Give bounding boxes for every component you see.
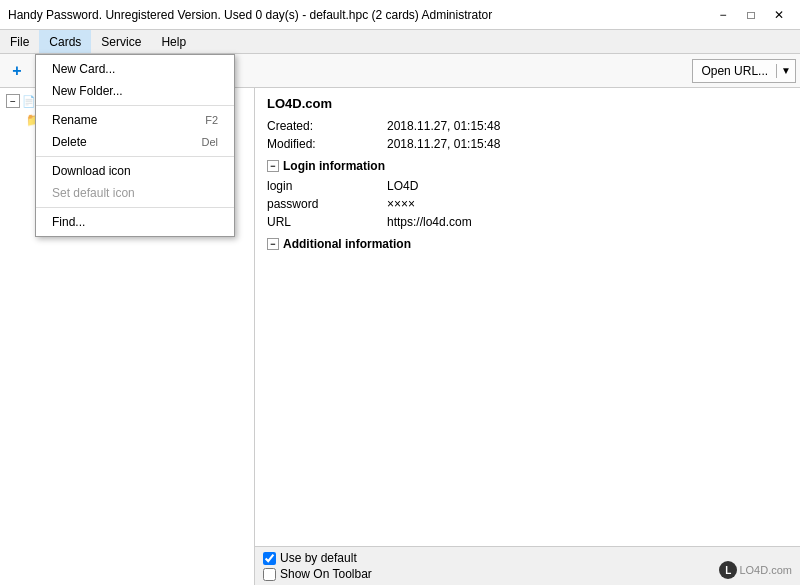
minimize-button[interactable]: − (710, 5, 736, 25)
collapse-additional-button[interactable]: − (267, 238, 279, 250)
dropdown-sep-2 (36, 156, 234, 157)
watermark-logo: L (719, 561, 737, 579)
use-by-default-checkbox[interactable] (263, 552, 276, 565)
collapse-login-button[interactable]: − (267, 160, 279, 172)
detail-value-url: https://lo4d.com (387, 215, 472, 229)
title-bar-title: Handy Password. Unregistered Version. Us… (8, 8, 492, 22)
use-by-default-label: Use by default (280, 551, 357, 565)
detail-content: LO4D.com Created: 2018.11.27, 01:15:48 M… (255, 88, 800, 263)
bottom-bar: Use by default Show On Toolbar (255, 546, 800, 585)
dropdown-item-delete[interactable]: Delete Del (36, 131, 234, 153)
open-url-label: Open URL... (693, 64, 777, 78)
open-url-arrow-icon: ▼ (777, 65, 795, 76)
watermark: L LO4D.com (719, 561, 792, 579)
watermark-text: LO4D.com (739, 564, 792, 576)
menu-item-file[interactable]: File (0, 30, 39, 53)
right-container: LO4D.com Created: 2018.11.27, 01:15:48 M… (255, 88, 800, 585)
dropdown-item-download-icon[interactable]: Download icon (36, 160, 234, 182)
detail-label-url: URL (267, 215, 387, 229)
show-on-toolbar-checkbox[interactable] (263, 568, 276, 581)
menu-item-help[interactable]: Help (151, 30, 196, 53)
detail-title: LO4D.com (267, 96, 788, 111)
title-bar: Handy Password. Unregistered Version. Us… (0, 0, 800, 30)
cards-dropdown: New Card... New Folder... Rename F2 Dele… (35, 54, 235, 237)
detail-row-password: password ×××× (267, 195, 788, 213)
section-header-additional: − Additional information (267, 237, 788, 251)
dropdown-item-new-folder[interactable]: New Folder... (36, 80, 234, 102)
detail-label-modified: Modified: (267, 137, 387, 151)
use-by-default-row: Use by default (263, 551, 792, 565)
close-button[interactable]: ✕ (766, 5, 792, 25)
maximize-button[interactable]: □ (738, 5, 764, 25)
detail-value-password: ×××× (387, 197, 415, 211)
toolbar-add-button[interactable]: + (4, 58, 30, 84)
detail-label-password: password (267, 197, 387, 211)
dropdown-item-set-default-icon: Set default icon (36, 182, 234, 204)
dropdown-item-rename[interactable]: Rename F2 (36, 109, 234, 131)
detail-value-modified: 2018.11.27, 01:15:48 (387, 137, 500, 151)
detail-value-created: 2018.11.27, 01:15:48 (387, 119, 500, 133)
tree-expand-root[interactable]: − (6, 94, 20, 108)
section-header-login: − Login information (267, 159, 788, 173)
detail-value-login: LO4D (387, 179, 418, 193)
detail-label-created: Created: (267, 119, 387, 133)
open-url-button[interactable]: Open URL... ▼ (692, 59, 796, 83)
show-on-toolbar-row: Show On Toolbar (263, 567, 792, 581)
menu-item-cards[interactable]: Cards (39, 30, 91, 53)
dropdown-item-new-card[interactable]: New Card... (36, 58, 234, 80)
detail-row-url: URL https://lo4d.com (267, 213, 788, 231)
right-panel: LO4D.com Created: 2018.11.27, 01:15:48 M… (255, 88, 800, 546)
show-on-toolbar-label: Show On Toolbar (280, 567, 372, 581)
menu-bar: File Cards Service Help New Card... New … (0, 30, 800, 54)
dropdown-sep-1 (36, 105, 234, 106)
detail-row-created: Created: 2018.11.27, 01:15:48 (267, 117, 788, 135)
title-bar-controls: − □ ✕ (710, 5, 792, 25)
detail-row-login: login LO4D (267, 177, 788, 195)
dropdown-sep-3 (36, 207, 234, 208)
detail-label-login: login (267, 179, 387, 193)
menu-item-service[interactable]: Service (91, 30, 151, 53)
dropdown-item-find[interactable]: Find... (36, 211, 234, 233)
detail-row-modified: Modified: 2018.11.27, 01:15:48 (267, 135, 788, 153)
root-page-icon: 📄 (22, 95, 36, 108)
